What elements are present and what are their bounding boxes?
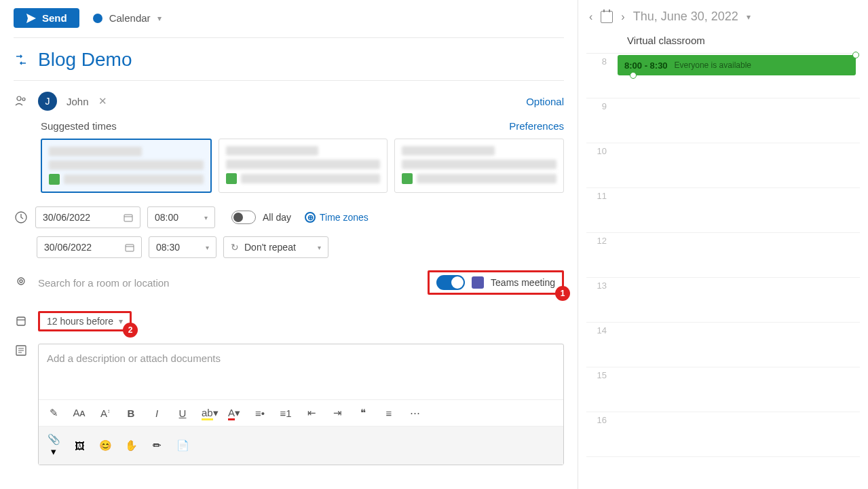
calendar-dropdown[interactable]: Calendar ▾: [93, 12, 162, 24]
next-day-icon[interactable]: ›: [621, 11, 624, 23]
teams-meeting-highlight: Teams meeting 1: [428, 270, 564, 295]
chevron-down-icon[interactable]: ▾: [747, 12, 751, 22]
brush-icon[interactable]: ✎: [47, 407, 60, 419]
hour-label: 15: [586, 367, 614, 412]
formatting-toolbar: ✎ Aᴀ A↕ B I U ab▾ A▾ ≡• ≡1 ⇤ ⇥ ❝ ≡ ⋯: [39, 399, 563, 426]
today-icon[interactable]: [601, 11, 613, 23]
hour-cell[interactable]: [614, 188, 860, 232]
underline-icon[interactable]: U: [176, 408, 189, 419]
more-icon[interactable]: ⋯: [408, 407, 421, 419]
preferences-link[interactable]: Preferences: [509, 120, 564, 132]
image-icon[interactable]: 🖼: [73, 440, 86, 452]
bullet-list-icon[interactable]: ≡•: [253, 408, 267, 419]
available-icon: [226, 173, 237, 184]
blurred-content: [417, 174, 556, 183]
emoji-icon[interactable]: 😊: [98, 439, 112, 452]
highlight-icon[interactable]: ab▾: [202, 407, 215, 419]
send-label: Send: [42, 12, 67, 24]
hour-row: 12: [586, 233, 860, 278]
teams-meeting-toggle[interactable]: [436, 275, 465, 290]
repeat-dropdown[interactable]: ↻ Don't repeat ▾: [223, 236, 328, 258]
hour-cell[interactable]: [614, 323, 860, 367]
font-size-icon[interactable]: A↕: [98, 408, 112, 419]
hour-row: 9: [586, 98, 860, 143]
increase-indent-icon[interactable]: ⇥: [331, 407, 344, 419]
font-family-icon[interactable]: Aᴀ: [73, 407, 86, 419]
available-icon: [49, 174, 60, 185]
blurred-content: [226, 160, 381, 169]
suggested-time-card[interactable]: [394, 139, 564, 193]
hour-cell[interactable]: [614, 278, 860, 322]
hour-cell[interactable]: [614, 367, 860, 412]
blurred-content: [49, 147, 142, 156]
resize-handle-icon[interactable]: [630, 72, 637, 79]
calendar-label: Calendar: [109, 12, 151, 24]
availability-row: [226, 173, 381, 184]
blurred-content: [402, 146, 495, 156]
suggested-time-card[interactable]: [219, 139, 388, 193]
allday-toggle-group: All day: [231, 211, 291, 224]
start-time-input[interactable]: 08:00 ▾: [147, 206, 215, 228]
font-color-icon[interactable]: A▾: [227, 407, 241, 419]
remove-attendee-icon[interactable]: ✕: [98, 95, 107, 107]
hour-cell[interactable]: [614, 98, 860, 143]
italic-icon[interactable]: I: [150, 408, 164, 419]
event-time: 8:00 - 8:30: [624, 60, 668, 71]
chevron-down-icon[interactable]: ▾: [119, 316, 123, 326]
globe-icon: ⊕: [305, 212, 316, 223]
attendee-avatar: J: [38, 92, 57, 111]
hour-cell[interactable]: [614, 412, 860, 456]
start-date-input[interactable]: 30/06/2022: [35, 206, 140, 228]
svg-point-5: [18, 278, 24, 285]
event-title-input[interactable]: Blog Demo: [38, 49, 564, 71]
svg-point-6: [20, 280, 22, 283]
blurred-content: [49, 160, 204, 170]
swap-arrows-icon[interactable]: [14, 52, 29, 67]
day-schedule: 8 8:00 - 8:30 Everyone is available 9 10…: [586, 53, 860, 457]
hour-cell[interactable]: [614, 233, 860, 277]
end-date-input[interactable]: 30/06/2022: [37, 236, 142, 258]
hour-row: 8 8:00 - 8:30 Everyone is available: [586, 54, 860, 98]
optional-link[interactable]: Optional: [526, 96, 564, 107]
event-form-panel: Send Calendar ▾ Blog Demo J John ✕ Optio…: [0, 0, 578, 489]
edit-icon[interactable]: ✏: [150, 439, 164, 452]
quote-icon[interactable]: ❝: [356, 407, 370, 419]
chevron-down-icon: ▾: [318, 244, 321, 251]
description-row: Add a description or attach documents ✎ …: [14, 340, 564, 465]
calendar-picker-icon: [124, 213, 133, 222]
reminder-dropdown-highlight: 12 hours before ▾ 2: [38, 311, 132, 331]
bell-icon: [14, 314, 29, 328]
scheduled-event-block[interactable]: 8:00 - 8:30 Everyone is available: [618, 55, 856, 75]
reminder-value[interactable]: 12 hours before: [47, 316, 113, 327]
number-list-icon[interactable]: ≡1: [279, 408, 293, 419]
bold-icon[interactable]: B: [124, 408, 138, 419]
description-editor[interactable]: Add a description or attach documents ✎ …: [38, 344, 564, 465]
resize-handle-icon[interactable]: [852, 52, 859, 58]
hour-cell[interactable]: 8:00 - 8:30 Everyone is available: [614, 54, 860, 98]
location-input[interactable]: Search for a room or location: [38, 277, 418, 289]
attach-icon[interactable]: 📎▾: [47, 433, 60, 458]
prev-day-icon[interactable]: ‹: [589, 11, 592, 23]
hour-cell[interactable]: [614, 143, 860, 187]
decrease-indent-icon[interactable]: ⇤: [305, 407, 318, 419]
attendee-name: John: [67, 96, 89, 107]
calendar-color-dot: [93, 14, 102, 23]
attachment-toolbar: 📎▾ 🖼 😊 ✋ ✏ 📄: [39, 426, 563, 465]
scheduling-panel: ‹ › Thu, June 30, 2022 ▾ Virtual classro…: [578, 0, 868, 489]
template-icon[interactable]: 📄: [176, 439, 189, 452]
suggested-times-list: [14, 139, 564, 193]
align-icon[interactable]: ≡: [382, 408, 396, 419]
current-date[interactable]: Thu, June 30, 2022: [633, 10, 738, 24]
suggested-time-card[interactable]: [41, 139, 212, 193]
hour-label: 14: [586, 323, 614, 367]
location-row: Search for a room or location Teams meet…: [14, 262, 564, 303]
end-time-input[interactable]: 08:30 ▾: [149, 236, 216, 258]
timezones-link[interactable]: ⊕ Time zones: [305, 212, 369, 223]
availability-row: [49, 174, 204, 185]
title-row: Blog Demo: [14, 45, 564, 81]
chevron-down-icon: ▾: [206, 244, 209, 251]
send-button[interactable]: Send: [14, 8, 79, 28]
hour-label: 12: [586, 233, 614, 277]
allday-toggle[interactable]: [231, 211, 256, 224]
dictate-icon[interactable]: ✋: [124, 439, 138, 452]
